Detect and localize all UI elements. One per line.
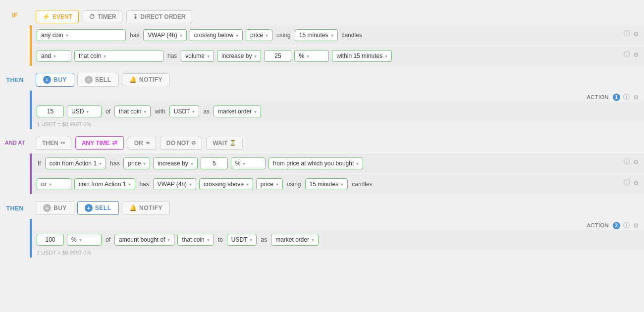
chevron-icon: ▾ (167, 237, 170, 243)
within-select[interactable]: within 15 minutes ▾ (332, 50, 392, 62)
market-order-label-2: market order (275, 236, 309, 243)
then2-value-input[interactable]: 100 (37, 234, 64, 246)
coin-action1-select-1[interactable]: coin from Action 1 ▾ (45, 157, 106, 169)
any-coin-label: any coin (41, 32, 63, 39)
as-text-1: as (202, 108, 211, 115)
main-container: IF ⚡ EVENT ⏱ TIMER ↧ DIRECT ORDER (0, 0, 644, 262)
fromprice-select[interactable]: from price at which you bought ▾ (268, 157, 363, 169)
chevron-icon: ▾ (54, 53, 56, 59)
if-content-section: any coin ▾ has VWAP (4h) ▾ crossing belo… (0, 25, 644, 66)
andat-value-input[interactable]: 5 (201, 157, 228, 169)
info-icon-andat1[interactable]: ⓘ (624, 157, 630, 166)
price-label-1: price (250, 32, 263, 39)
that-coin-select-3[interactable]: that coin ▾ (177, 234, 214, 246)
then-value-input[interactable]: 15 (37, 105, 64, 117)
or-select-andat[interactable]: or ▾ (37, 178, 71, 190)
action-badge-1: ACTION 1 ⓘ ⚙ (32, 91, 644, 102)
any-coin-select[interactable]: any coin ▾ (37, 29, 126, 41)
then2-tab-bar: + BUY + SELL 🔔 NOTIFY (30, 197, 644, 219)
gear-icon-action1[interactable]: ⚙ (633, 94, 640, 101)
donot-button[interactable]: DO NOT ⊘ (160, 137, 203, 150)
candles-select-1[interactable]: 15 minutes ▾ (295, 29, 338, 41)
usd-select[interactable]: USD ▾ (67, 105, 102, 117)
percent-select-then2[interactable]: % ▾ (67, 234, 102, 246)
info-icon-1[interactable]: ⓘ (624, 29, 630, 38)
info-icon-2[interactable]: ⓘ (624, 50, 630, 59)
candles-select-andat[interactable]: 15 minutes ▾ (305, 178, 348, 190)
timer-button[interactable]: ⏱ TIMER (83, 10, 122, 23)
usdt-select-1[interactable]: USDT ▾ (169, 105, 200, 117)
that-coin-select-2[interactable]: that coin ▾ (114, 105, 151, 117)
chevron-icon: ▾ (243, 161, 245, 166)
increase-by-select[interactable]: increase by ▾ (217, 50, 261, 62)
share-icon: ↠ (145, 140, 150, 146)
percent-select-andat[interactable]: % ▾ (231, 157, 266, 169)
event-button[interactable]: ⚡ EVENT (36, 10, 79, 23)
action-label-2: ACTION (586, 222, 610, 228)
timer-label: TIMER (98, 13, 116, 20)
amount-select[interactable]: amount bought of ▾ (114, 234, 174, 246)
wait-button[interactable]: WAIT ⏳ (206, 137, 243, 150)
gear-icon-1[interactable]: ⚙ (633, 30, 639, 38)
gear-icon-andat2[interactable]: ⚙ (633, 179, 639, 187)
then2-row-1: 100 % ▾ of amount bought of ▾ that coin … (32, 230, 644, 250)
fromprice-label: from price at which you bought (273, 160, 354, 167)
chevron-icon: ▾ (128, 182, 131, 187)
price-select-andat[interactable]: price ▾ (123, 157, 150, 169)
then2-section-header: THEN + BUY + SELL 🔔 NOTIFY (0, 197, 644, 219)
if-text-andat: If (37, 160, 42, 167)
price-select-andat2[interactable]: price ▾ (256, 178, 283, 190)
has-text-andat2: has (138, 181, 150, 188)
info-icon-action1[interactable]: ⓘ (623, 93, 630, 102)
notify-button[interactable]: 🔔 NOTIFY (122, 73, 170, 86)
if-options-bar: ⚡ EVENT ⏱ TIMER ↧ DIRECT ORDER (30, 5, 644, 25)
vwap-label: VWAP (4h) (148, 32, 177, 39)
andat-bar: THEN ↣ ANY TIME ⇄ OR ↠ DO NOT ⊘ WAIT ⏳ (30, 132, 644, 154)
then-row-1: 15 USD ▾ of that coin ▾ with USDT ▾ as m… (32, 102, 644, 121)
market-order-select-2[interactable]: market order ▾ (271, 234, 319, 246)
if-bar: ⚡ EVENT ⏱ TIMER ↧ DIRECT ORDER (30, 5, 644, 25)
hourglass-icon: ⏳ (229, 140, 236, 146)
info-icon-andat2[interactable]: ⓘ (624, 178, 630, 187)
vwap-select-andat[interactable]: VWAP (4h) ▾ (153, 178, 196, 190)
or-andat-button[interactable]: OR ↠ (128, 137, 156, 150)
price-label-andat: price (128, 160, 141, 167)
has-text-1: has (129, 32, 140, 39)
crossing-below-select[interactable]: crossing below ▾ (190, 29, 243, 41)
sell-button-2[interactable]: + SELL (77, 201, 119, 215)
volume-select[interactable]: volume ▾ (181, 50, 214, 62)
chevron-icon: ▾ (307, 53, 309, 59)
then-andat-button[interactable]: THEN ↣ (36, 137, 71, 150)
chevron-icon: ▾ (143, 161, 146, 166)
direct-order-button[interactable]: ↧ DIRECT ORDER (126, 10, 192, 23)
increase-value-input[interactable]: 25 (264, 50, 291, 62)
andat-conditions: If coin from Action 1 ▾ has price ▾ incr… (30, 154, 644, 194)
that-coin-label-3: that coin (182, 236, 204, 243)
if-row-1: any coin ▾ has VWAP (4h) ▾ crossing belo… (32, 25, 644, 45)
anytime-button[interactable]: ANY TIME ⇄ (75, 136, 124, 150)
increase-by-select-andat[interactable]: increase by ▾ (153, 157, 197, 169)
gear-icon-2[interactable]: ⚙ (633, 51, 639, 58)
gear-icon-andat1[interactable]: ⚙ (633, 158, 639, 166)
info-icon-action2[interactable]: ⓘ (623, 221, 630, 230)
sell-button[interactable]: − SELL (77, 73, 119, 87)
percent-select-1[interactable]: % ▾ (294, 50, 329, 62)
andat-label: AND AT (0, 136, 30, 150)
price-select-1[interactable]: price ▾ (246, 29, 272, 41)
that-coin-select-1[interactable]: that coin ▾ (74, 50, 163, 62)
andat-row-2: or ▾ coin from Action 1 ▾ has VWAP (4h) … (32, 174, 644, 194)
then-section-header: THEN + BUY − SELL 🔔 NOTIFY (0, 69, 644, 91)
usdt-select-2[interactable]: USDT ▾ (227, 234, 257, 246)
usdt-note-2: 1 USDT = $0.9997 0% (32, 250, 644, 258)
crossing-above-select[interactable]: crossing above ▾ (199, 178, 253, 190)
buy-button-2[interactable]: + BUY (36, 201, 74, 215)
buy-button[interactable]: + BUY (36, 73, 74, 87)
vwap-select[interactable]: VWAP (4h) ▾ (143, 29, 186, 41)
and-select[interactable]: and ▾ (37, 50, 71, 62)
bell-icon: 🔔 (129, 76, 137, 83)
notify-button-2[interactable]: 🔔 NOTIFY (122, 202, 170, 214)
has-text-2: has (166, 52, 178, 59)
gear-icon-action2[interactable]: ⚙ (633, 222, 640, 229)
market-order-select-1[interactable]: market order ▾ (214, 105, 261, 117)
coin-action1-select-2[interactable]: coin from Action 1 ▾ (74, 178, 135, 190)
